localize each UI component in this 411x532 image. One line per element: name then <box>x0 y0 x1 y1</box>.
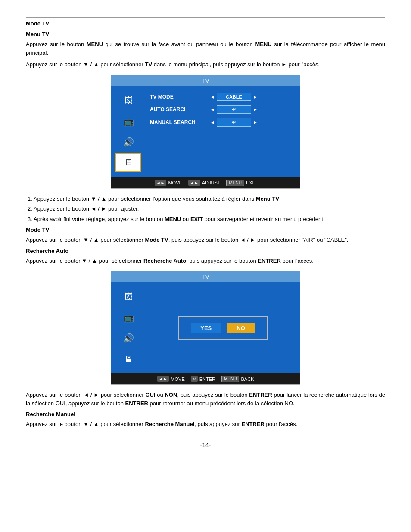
sidebar2-sound: 🔊 <box>115 329 141 348</box>
sidebar2-tv: 📺 <box>115 308 141 327</box>
adjust-btn: ◄► ADJUST <box>188 180 221 186</box>
tv-box-1-body: 🖼 📺 🔊 🖥 TV MODE ◄ CABLE ► <box>111 86 300 177</box>
sidebar-picture: 🖼 <box>115 91 141 110</box>
paragraph-tv-select: Appuyez sur le bouton ▼ / ▲ pour sélecti… <box>26 60 385 69</box>
tv-icon: 📺 <box>123 116 134 127</box>
move-btn-2: ◄► MOVE <box>157 376 185 382</box>
sidebar-tv: 📺 <box>115 112 141 131</box>
adjust-label: ADJUST <box>202 180 221 185</box>
manual-search-left-arrow[interactable]: ◄ <box>210 120 215 125</box>
recherche-auto-title: Recherche Auto <box>26 248 385 254</box>
tv-mode-row: TV MODE ◄ CABLE ► <box>150 93 296 101</box>
page-number: -14- <box>26 442 385 448</box>
paragraph-after-box2: Appuyez sur le bouton ◄ / ► pour sélecti… <box>26 391 385 408</box>
move-label: MOVE <box>168 180 182 185</box>
tv-icon-2: 📺 <box>123 312 134 323</box>
setup-icon-2: 🖥 <box>124 354 133 364</box>
setup-icon: 🖥 <box>124 158 133 168</box>
auto-search-row: AUTO SEARCH ◄ ↵ ► <box>150 105 296 114</box>
auto-search-value: ↵ <box>217 105 251 114</box>
tv-mode-control: ◄ CABLE ► <box>210 93 258 101</box>
tv-mode-label: TV MODE <box>150 94 210 100</box>
sound-icon: 🔊 <box>123 137 134 147</box>
enter-symbol-2: ↵ <box>232 119 236 125</box>
back-label: BACK <box>241 376 254 382</box>
move-label-2: MOVE <box>171 376 184 382</box>
menu-icon-1: MENU <box>226 180 244 186</box>
recherche-auto-text: Appuyez sur le bouton▼ / ▲ pour sélectio… <box>26 257 385 265</box>
step-3: 3. Après avoir fini votre réglage, appuy… <box>28 215 385 224</box>
menu-tv-title: Menu TV <box>26 31 385 37</box>
back-btn: MENU BACK <box>221 376 254 382</box>
manual-search-value: ↵ <box>217 118 251 127</box>
tv-box-1-title: TV <box>111 75 300 86</box>
sidebar-setup-active: 🖥 <box>115 153 141 172</box>
tv-mode-value: CABLE <box>217 93 251 101</box>
adjust-icon: ◄► <box>188 180 200 186</box>
step-1: 1. Appuyez sur le bouton ▼ / ▲ pour séle… <box>28 195 385 203</box>
manual-search-control: ◄ ↵ ► <box>210 118 258 127</box>
auto-search-label: AUTO SEARCH <box>150 106 210 112</box>
yes-button[interactable]: YES <box>191 323 221 333</box>
auto-search-right-arrow[interactable]: ► <box>253 107 258 112</box>
menu-icon-2: MENU <box>221 376 239 382</box>
sidebar2-picture: 🖼 <box>115 287 141 306</box>
picture-icon-2: 🖼 <box>124 292 133 302</box>
mode-tv-title: Mode TV <box>26 17 385 27</box>
tv-box-2-title: TV <box>111 271 300 282</box>
move-icon: ◄► <box>155 180 167 186</box>
sound-icon-2: 🔊 <box>123 333 134 343</box>
tv-box-2-content: YES NO <box>146 286 300 370</box>
auto-search-left-arrow[interactable]: ◄ <box>210 107 215 112</box>
step-2: 2. Appuyez sur le bouton ◄ / ► pour ajus… <box>28 205 385 213</box>
yes-no-dialog: YES NO <box>178 316 268 340</box>
manual-search-label: MANUAL SEARCH <box>150 119 210 125</box>
manual-search-row: MANUAL SEARCH ◄ ↵ ► <box>150 118 296 127</box>
sidebar2-setup: 🖥 <box>115 349 141 368</box>
recherche-manuel-text: Appuyez sur le bouton ▼ / ▲ pour sélecti… <box>26 420 385 429</box>
no-button[interactable]: NO <box>227 323 255 333</box>
enter-icon-2: ↵ <box>191 376 198 382</box>
tv-box-2-body: 🖼 📺 🔊 🖥 YES NO <box>111 282 300 373</box>
tv-mode-left-arrow[interactable]: ◄ <box>210 94 215 100</box>
tv-menu-box-2: TV 🖼 📺 🔊 🖥 YES NO ◄► <box>111 271 300 385</box>
enter-btn: ↵ ENTER <box>191 376 215 382</box>
tv-box-1-bottom-bar: ◄► MOVE ◄► ADJUST MENU EXIT <box>111 177 300 188</box>
picture-icon: 🖼 <box>124 96 133 106</box>
tv-box-1-content: TV MODE ◄ CABLE ► AUTO SEARCH ◄ ↵ ► <box>146 90 300 174</box>
tv-sidebar-1: 🖼 📺 🔊 🖥 <box>111 90 146 174</box>
sidebar-sound: 🔊 <box>115 133 141 152</box>
manual-search-right-arrow[interactable]: ► <box>253 120 258 125</box>
tv-box-2-bottom-bar: ◄► MOVE ↵ ENTER MENU BACK <box>111 373 300 384</box>
numbered-steps: 1. Appuyez sur le bouton ▼ / ▲ pour séle… <box>28 195 385 224</box>
move-btn: ◄► MOVE <box>155 180 182 186</box>
auto-search-control: ◄ ↵ ► <box>210 105 258 114</box>
mode-tv-sub-text: Appuyez sur le bouton ▼ / ▲ pour sélecti… <box>26 236 385 244</box>
enter-symbol-1: ↵ <box>232 106 236 112</box>
mode-tv-sub-title: Mode TV <box>26 227 385 233</box>
paragraph-menu-intro: Appuyez sur le bouton MENU qui se trouve… <box>26 40 385 57</box>
enter-label: ENTER <box>199 376 215 382</box>
move-icon-2: ◄► <box>157 376 169 382</box>
exit-btn: MENU EXIT <box>226 180 256 186</box>
tv-menu-box-1: TV 🖼 📺 🔊 🖥 TV MODE ◄ CABLE <box>111 75 300 189</box>
tv-sidebar-2: 🖼 📺 🔊 🖥 <box>111 286 146 370</box>
exit-label: EXIT <box>246 180 256 185</box>
tv-mode-right-arrow[interactable]: ► <box>253 94 258 100</box>
recherche-manuel-title: Recherche Manuel <box>26 411 385 417</box>
